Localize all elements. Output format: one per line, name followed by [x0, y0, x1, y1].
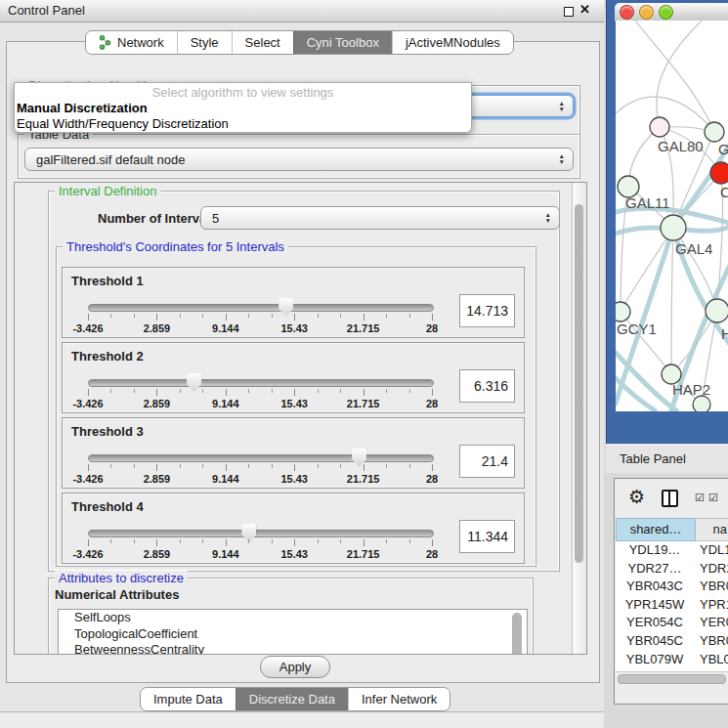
threshold-label: Threshold 4 [71, 499, 144, 514]
list-item[interactable]: BetweennessCentrality [59, 642, 527, 655]
threshold-value-field[interactable]: 21.4 [459, 445, 515, 478]
slider-major-ticks [88, 389, 433, 396]
threshold-value-field[interactable]: 6.316 [459, 369, 515, 403]
node-label: GA [718, 141, 728, 157]
table-horizontal-scrollbar[interactable] [616, 671, 728, 685]
table-data-combobox[interactable]: galFiltered.sif default node ▲▼ [24, 148, 574, 171]
threshold-row: Threshold 3 -3.4262.8599.14415.4321.7152… [62, 417, 525, 489]
screen: Control Panel ✕ Network Style Select Cyn… [0, 0, 728, 728]
threshold-row: Threshold 4 -3.4262.8599.14415.4321.7152… [62, 492, 525, 564]
node-right-mid[interactable] [706, 299, 728, 322]
tab-infer-network[interactable]: Infer Network [348, 688, 450, 710]
threshold-value-field[interactable]: 14.713 [459, 294, 515, 327]
minimize-traffic-light-icon[interactable] [639, 5, 654, 20]
threshold-label: Threshold 2 [71, 349, 144, 364]
network-canvas[interactable]: GAL80 GA GAL11 C GAL4 GCY1 H HAP2 [616, 21, 728, 411]
tab-network-label: Network [117, 35, 164, 50]
tab-network[interactable]: Network [86, 31, 177, 54]
threshold-slider[interactable]: -3.4262.8599.14415.4321.71528 [88, 297, 432, 336]
table-panel-titlebar: Table Panel [606, 445, 728, 473]
close-icon[interactable]: ✕ [579, 2, 590, 17]
table-row[interactable]: YDL19…YDL1… [616, 541, 728, 560]
threshold-label: Threshold 1 [71, 274, 144, 288]
threshold-slider[interactable]: -3.4262.8599.14415.4321.71528 [88, 372, 432, 411]
table-rows: YDL19…YDL1… YDR27…YDR2… YBR043CYBR0… YPR… [616, 541, 728, 671]
numerical-attributes-list: SelfLoops TopologicalCoefficient Between… [58, 609, 528, 655]
bottom-tab-bar: Impute Data Discretize Data Infer Networ… [140, 687, 450, 711]
list-scrollbar[interactable] [512, 613, 522, 655]
node-gal4[interactable] [661, 215, 686, 240]
threshold-row: Threshold 1 -3.4262.8599.14415.4321.7152… [62, 267, 525, 338]
list-item[interactable]: TopologicalCoefficient [59, 626, 527, 643]
combo-stepper-icon[interactable]: ▲▼ [545, 207, 551, 229]
table-data-combobox-value: galFiltered.sif default node [25, 152, 573, 167]
tab-jactivemnodules[interactable]: jActiveMNodules [392, 31, 513, 54]
column-header-name[interactable]: na [696, 518, 728, 541]
node-label: GAL80 [658, 138, 704, 154]
apply-button[interactable]: Apply [260, 656, 330, 678]
popup-item-manual-discretization[interactable]: Manual Discretization [15, 101, 471, 116]
attributes-group-title: Attributes to discretize [55, 571, 188, 585]
column-header-shared-name[interactable]: shared… [616, 518, 696, 541]
node-label: GAL4 [675, 240, 712, 257]
tab-cyni-toolbox-label: Cyni Toolbox [307, 35, 379, 50]
tab-style[interactable]: Style [177, 31, 232, 54]
tab-select[interactable]: Select [232, 31, 293, 54]
combo-stepper-icon[interactable]: ▲▼ [559, 96, 565, 116]
float-window-icon[interactable] [564, 7, 574, 17]
tab-impute-data[interactable]: Impute Data [141, 688, 236, 710]
table-data-group: Table Data galFiltered.sif default node … [18, 134, 580, 179]
tab-discretize-data-label: Discretize Data [249, 692, 335, 707]
checkbox-icon[interactable]: ☑ [695, 492, 705, 504]
slider-track[interactable] [88, 454, 434, 462]
tab-discretize-data[interactable]: Discretize Data [236, 688, 348, 710]
node-selected-red[interactable] [710, 162, 728, 184]
close-traffic-light-icon[interactable] [620, 5, 634, 20]
scrollbar-thumb[interactable] [575, 204, 583, 563]
threshold-value-field[interactable]: 11.344 [459, 520, 515, 553]
slider-major-ticks [88, 539, 433, 546]
node-bottom[interactable] [693, 396, 710, 411]
number-of-intervals-label: Number of Intervals [98, 211, 217, 226]
settings-scroll-area: Interval Definition Number of Intervals … [14, 182, 587, 655]
table-header-row: shared… na [616, 518, 728, 541]
table-panel-title: Table Panel [620, 451, 686, 466]
numerical-attributes-label: Numerical Attributes [55, 587, 179, 602]
top-tab-bar: Network Style Select Cyni Toolbox jActiv… [85, 30, 514, 55]
gear-icon[interactable]: ⚙ [628, 486, 645, 508]
combo-stepper-icon[interactable]: ▲▼ [559, 149, 565, 170]
table-panel-window: ⚙ ☑ ☑ shared… na YDL19…YDL1… YDR27…YDR2…… [614, 478, 728, 705]
list-item[interactable]: SelfLoops [59, 610, 527, 626]
node-right-top[interactable] [705, 122, 724, 142]
tab-cyni-toolbox[interactable]: Cyni Toolbox [293, 31, 392, 54]
tab-jactivemnodules-label: jActiveMNodules [406, 35, 500, 50]
slider-track[interactable] [88, 530, 434, 537]
table-row[interactable]: YDR27…YDR2… [616, 560, 728, 578]
algorithm-dropdown-popup: Select algorithm to view settings Manual… [14, 82, 472, 133]
tab-select-label: Select [245, 35, 280, 50]
table-row[interactable]: YBR045CYBR0… [616, 632, 728, 651]
table-row[interactable]: YBL079WYBL0… [616, 651, 728, 669]
node-label: HAP2 [672, 381, 710, 398]
popup-item-equal-width-frequency[interactable]: Equal Width/Frequency Discretization [15, 116, 471, 132]
checkbox-icon[interactable]: ☑ [708, 492, 718, 504]
scrollbar-thumb[interactable] [618, 674, 726, 684]
zoom-traffic-light-icon[interactable] [659, 5, 673, 20]
number-of-intervals-combobox[interactable]: 5 ▲▼ [200, 206, 560, 230]
slider-track[interactable] [88, 304, 434, 312]
table-row[interactable]: YER054CYER0… [616, 614, 728, 632]
table-row[interactable]: YBR043CYBR0… [616, 578, 728, 596]
threshold-slider[interactable]: -3.4262.8599.14415.4321.71528 [88, 523, 432, 562]
node-gal80[interactable] [650, 117, 669, 137]
table-row[interactable]: YPR145WYPR1… [616, 596, 728, 615]
columns-icon[interactable] [662, 490, 678, 507]
interval-definition-title: Interval Definition [55, 184, 160, 198]
slider-track[interactable] [88, 379, 434, 387]
control-panel-window: Control Panel ✕ Network Style Select Cyn… [0, 0, 605, 711]
node-gcy1[interactable] [616, 302, 630, 321]
threshold-slider[interactable]: -3.4262.8599.14415.4321.71528 [88, 448, 432, 487]
interval-definition-group: Interval Definition Number of Intervals … [48, 191, 560, 572]
threshold-label: Threshold 3 [71, 424, 144, 439]
number-of-intervals-value: 5 [201, 211, 559, 226]
settings-vertical-scrollbar[interactable] [572, 183, 586, 654]
